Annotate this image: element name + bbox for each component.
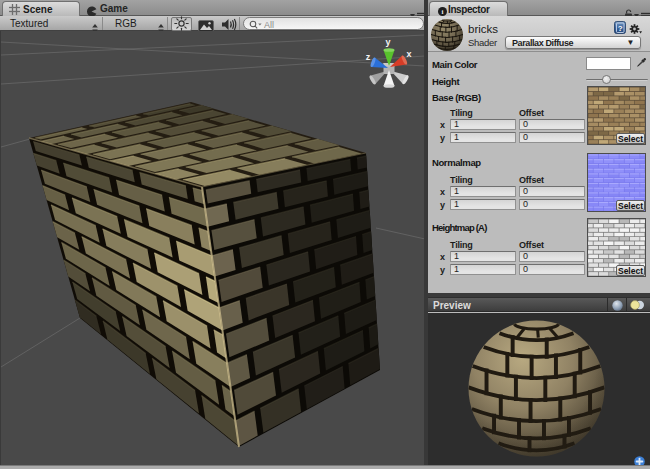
svg-text:y: y: [385, 37, 390, 47]
svg-text:x: x: [406, 49, 411, 59]
svg-text:?: ?: [618, 24, 623, 33]
svg-text:z: z: [366, 52, 371, 62]
svg-text:i: i: [442, 8, 444, 16]
